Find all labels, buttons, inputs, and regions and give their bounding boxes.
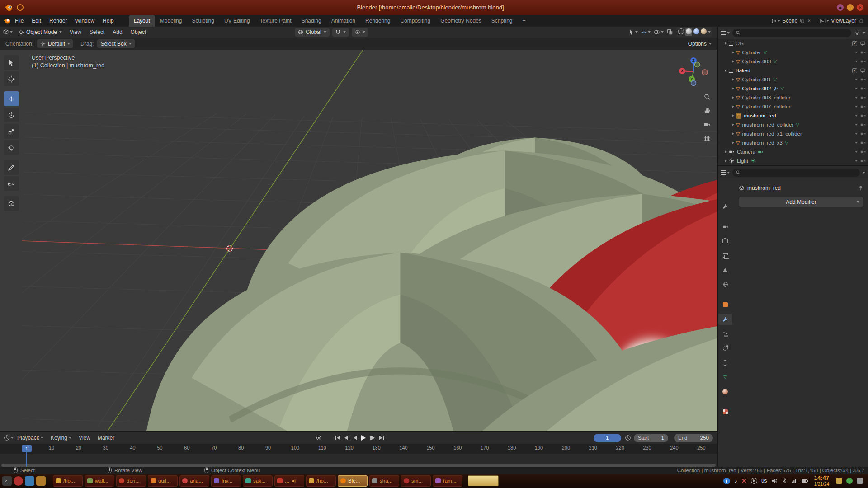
transform-tool[interactable] [4, 140, 19, 155]
outliner-row-og[interactable]: OG ✓ [718, 39, 868, 48]
bluetooth-icon[interactable] [782, 478, 787, 484]
clock[interactable]: 14:47 1/21/24 [814, 475, 829, 487]
tab-world-properties[interactable] [718, 279, 732, 290]
tray-apps-icon[interactable] [836, 478, 842, 484]
disable-render-icon[interactable] [860, 95, 866, 100]
taskbar-window-sm[interactable]: sm... [401, 475, 431, 487]
collection-checkbox[interactable]: ✓ [852, 68, 857, 73]
tab-compositing[interactable]: Compositing [395, 15, 435, 27]
taskbar-window-home2[interactable]: /ho... [306, 475, 336, 487]
add-modifier-button[interactable]: Add Modifier [739, 197, 863, 207]
playhead[interactable]: 1 [22, 445, 32, 452]
annotate-tool[interactable] [4, 160, 19, 175]
expand-arrow-icon[interactable] [730, 96, 736, 99]
tab-viewlayer-properties[interactable] [718, 250, 732, 261]
collection-checkbox[interactable]: ✓ [852, 41, 857, 46]
end-frame-field[interactable]: End250 [674, 434, 713, 442]
tab-physics-properties[interactable] [718, 343, 732, 354]
menu-render[interactable]: Render [45, 15, 71, 27]
disable-render-icon[interactable] [860, 158, 866, 164]
tab-scene-properties[interactable] [718, 264, 732, 276]
snap-dropdown[interactable] [332, 28, 349, 37]
tab-render-properties[interactable] [718, 221, 732, 232]
close-button[interactable]: ✕ [857, 4, 863, 11]
hide-viewport-icon[interactable] [855, 151, 858, 153]
volume-icon[interactable] [771, 478, 778, 484]
pin-icon[interactable] [858, 185, 863, 191]
tab-shading[interactable]: Shading [297, 15, 326, 27]
disable-render-icon[interactable] [860, 131, 866, 136]
launcher-files-icon[interactable] [25, 476, 34, 486]
collapse-arrow-icon[interactable] [722, 70, 729, 72]
tab-rendering[interactable]: Rendering [360, 15, 395, 27]
hide-viewport-icon[interactable] [855, 124, 858, 126]
outliner-row-cylinder-003-collider[interactable]: ▽ Cylinder.003_collider [718, 93, 868, 102]
outliner-search-input[interactable] [732, 29, 851, 37]
viewlayer-name[interactable]: ViewLayer [831, 18, 856, 24]
viewport-display-icon[interactable] [860, 68, 866, 73]
menu-keying[interactable]: Keying [47, 432, 75, 444]
tab-object-properties[interactable] [718, 299, 732, 310]
gizmo-x-neg-axis[interactable] [702, 70, 708, 75]
taskbar-window-ana[interactable]: ana... [179, 475, 209, 487]
expand-arrow-icon[interactable] [730, 87, 736, 90]
expand-arrow-icon[interactable] [730, 105, 736, 108]
menu-view[interactable]: View [66, 27, 85, 38]
taskbar-window-home1[interactable]: /ho... [53, 475, 83, 487]
editor-type-properties-icon[interactable] [721, 170, 730, 175]
hide-viewport-icon[interactable] [855, 88, 858, 89]
tab-particle-properties[interactable] [718, 328, 732, 339]
disable-render-icon[interactable] [860, 140, 866, 145]
proportional-editing-dropdown[interactable] [352, 28, 368, 37]
shading-wireframe-button[interactable] [678, 28, 684, 36]
unlink-scene-icon[interactable]: × [807, 18, 811, 24]
taskbar-window-guil[interactable]: guil... [148, 475, 178, 487]
timeline-ruler[interactable]: 1020304050607080901001101201301401501601… [0, 444, 717, 454]
gizmos-dropdown[interactable] [641, 29, 651, 35]
expand-arrow-icon[interactable] [722, 42, 729, 45]
xray-toggle[interactable] [667, 29, 673, 35]
battery-icon[interactable] [802, 479, 807, 483]
next-keyframe-button[interactable] [370, 436, 375, 440]
hide-viewport-icon[interactable] [855, 97, 858, 99]
tray-status-icon[interactable] [846, 478, 853, 484]
music-tray-icon[interactable]: ♪ [734, 478, 737, 484]
expand-arrow-icon[interactable] [730, 123, 736, 126]
launcher-terminal-icon[interactable]: >_ [2, 476, 12, 486]
timeline-track[interactable] [0, 454, 717, 468]
tab-texture-paint[interactable]: Texture Paint [255, 15, 297, 27]
filter-icon[interactable] [854, 30, 860, 36]
taskbar-window-blender[interactable]: Ble... [338, 475, 368, 487]
window-titlebar[interactable]: Blender [/home/amalie/Desktop/blender/mu… [0, 0, 868, 15]
drag-dropdown[interactable]: Select Box [97, 39, 134, 48]
network-icon[interactable] [791, 478, 797, 484]
hide-viewport-icon[interactable] [855, 160, 858, 162]
start-frame-field[interactable]: Start1 [634, 434, 668, 442]
tab-uv-editing[interactable]: UV Editing [219, 15, 255, 27]
expand-arrow-icon[interactable] [730, 114, 736, 117]
tab-texture-properties[interactable] [718, 406, 732, 418]
gizmo-y-neg-axis[interactable] [695, 62, 700, 67]
hide-viewport-icon[interactable] [855, 52, 858, 53]
launcher-media-icon[interactable] [14, 476, 23, 486]
tab-layout[interactable]: Layout [129, 15, 155, 27]
expand-arrow-icon[interactable] [730, 132, 736, 135]
taskbar-window-sound[interactable]: ... [274, 475, 304, 487]
keyboard-layout[interactable]: us [761, 478, 767, 484]
menu-edit[interactable]: Edit [28, 15, 45, 27]
play-reverse-button[interactable] [354, 436, 357, 440]
add-workspace-button[interactable]: + [518, 15, 531, 27]
tab-animation[interactable]: Animation [326, 15, 360, 27]
properties-filter-icon[interactable] [863, 172, 865, 174]
tab-geometry-nodes[interactable]: Geometry Nodes [435, 15, 486, 27]
new-viewlayer-icon[interactable] [858, 18, 863, 23]
previous-keyframe-button[interactable] [344, 436, 349, 440]
tab-output-properties[interactable] [718, 235, 732, 247]
overlays-dropdown[interactable] [654, 29, 664, 35]
shading-material-button[interactable] [693, 28, 699, 36]
outliner-row-mushrom-red-x3[interactable]: ▽ mushrom_red_x3 ▽ [718, 138, 868, 147]
color-swatch[interactable] [468, 475, 499, 486]
outliner-row-baked[interactable]: Baked ✓ [718, 66, 868, 75]
gizmo-z-neg-axis[interactable] [691, 81, 696, 86]
pan-hand-icon[interactable] [702, 105, 712, 116]
